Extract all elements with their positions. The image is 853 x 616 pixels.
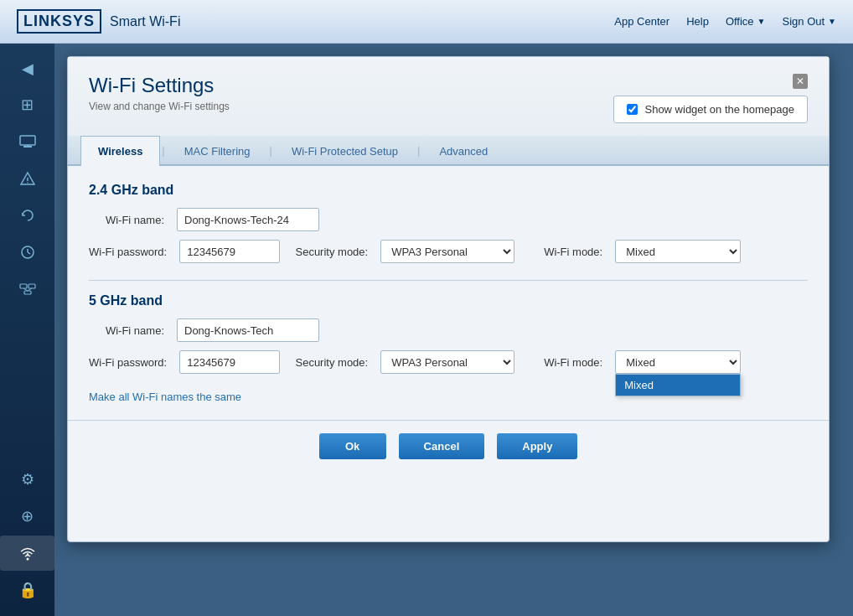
dialog-title-area: Wi-Fi Settings View and change Wi-Fi set… (89, 74, 230, 112)
sidebar-item-dashboard[interactable]: ⊞ (0, 87, 54, 122)
band-5-security-label: Security mode: (292, 356, 368, 369)
sidebar-item-devices[interactable] (0, 124, 54, 159)
band-24-title: 2.4 GHz band (89, 183, 808, 198)
band-5-mode-select[interactable]: Mixed Wireless-N Only Wireless-A Only (615, 350, 741, 374)
tab-bar: Wireless | MAC Filtering | Wi-Fi Protect… (68, 136, 829, 166)
band-5-security-select[interactable]: WPA3 Personal WPA2 Personal WPA2/WPA3 Mi… (380, 350, 514, 374)
band-24-password-input[interactable] (179, 240, 280, 263)
band-24-section: 2.4 GHz band Wi-Fi name: Wi-Fi password:… (89, 183, 808, 263)
svg-rect-1 (23, 146, 32, 148)
dialog-footer: Ok Cancel Apply (68, 420, 829, 472)
make-same-link[interactable]: Make all Wi-Fi names the same (89, 391, 241, 403)
svg-rect-10 (28, 284, 35, 288)
dropdown-item-mixed[interactable]: Mixed (616, 375, 740, 396)
sidebar-item-clock[interactable] (0, 235, 54, 270)
sidebar-item-settings[interactable]: ⚙ (0, 462, 54, 497)
sidebar-bottom: ⚙ ⊕ 🔒 (0, 462, 54, 616)
tab-advanced[interactable]: Advanced (421, 136, 505, 166)
svg-rect-9 (20, 284, 27, 288)
svg-point-5 (27, 182, 28, 183)
help-link[interactable]: Help (686, 15, 709, 28)
svg-rect-11 (24, 291, 31, 294)
sign-out-link[interactable]: Sign Out ▼ (783, 15, 837, 28)
tab-mac-filtering[interactable]: MAC Filtering (167, 136, 268, 166)
dialog-header: Wi-Fi Settings View and change Wi-Fi set… (68, 57, 829, 136)
nav-links: App Center Help Office ▼ Sign Out ▼ (614, 15, 836, 28)
sidebar-item-security[interactable]: 🔒 (0, 572, 54, 608)
band-24-mode-select[interactable]: Mixed Wireless-N Only Wireless-G Only Wi… (615, 240, 741, 263)
dialog-close-button[interactable]: ✕ (793, 74, 808, 89)
office-link[interactable]: Office ▼ (726, 15, 766, 28)
wifi-settings-dialog: Wi-Fi Settings View and change Wi-Fi set… (67, 56, 830, 542)
band-24-name-input[interactable] (177, 208, 319, 231)
band-5-name-row: Wi-Fi name: (89, 318, 808, 342)
band-5-name-label: Wi-Fi name: (89, 324, 164, 337)
app-center-link[interactable]: App Center (614, 15, 669, 28)
widget-checkbox-area: Show widget on the homepage (613, 96, 808, 123)
apply-button[interactable]: Apply (497, 433, 577, 459)
band-24-name-row: Wi-Fi name: (89, 208, 808, 231)
band-5-password-row: Wi-Fi password: Security mode: WPA3 Pers… (89, 350, 808, 374)
band-24-password-row: Wi-Fi password: Security mode: WPA3 Pers… (89, 240, 808, 263)
app-name: Smart Wi-Fi (110, 14, 180, 29)
sidebar-item-updates[interactable] (0, 198, 54, 233)
widget-checkbox[interactable] (627, 104, 638, 115)
sidebar-item-add[interactable]: ⊕ (0, 499, 54, 534)
tab-wireless[interactable]: Wireless (80, 136, 160, 166)
band-5-mode-container: Mixed Wireless-N Only Wireless-A Only Mi… (615, 350, 741, 374)
office-arrow-icon: ▼ (757, 17, 766, 26)
linksys-logo: LINKSYS (17, 9, 101, 34)
sidebar-item-wifi[interactable] (0, 536, 54, 571)
dialog-body: 2.4 GHz band Wi-Fi name: Wi-Fi password:… (68, 166, 829, 420)
band-5-name-input[interactable] (177, 318, 319, 342)
band-5-password-input[interactable] (179, 350, 280, 374)
band-divider (89, 280, 808, 281)
svg-rect-0 (20, 136, 35, 145)
dialog-subtitle: View and change Wi-Fi settings (89, 101, 230, 112)
cancel-button[interactable]: Cancel (399, 433, 485, 459)
band-24-password-label: Wi-Fi password: (89, 246, 167, 258)
logo-area: LINKSYS Smart Wi-Fi (17, 9, 614, 34)
sign-out-arrow-icon: ▼ (828, 17, 836, 26)
ok-button[interactable]: Ok (319, 433, 386, 459)
band-24-name-label: Wi-Fi name: (89, 214, 164, 226)
dialog-title: Wi-Fi Settings (89, 74, 230, 97)
sidebar-collapse-button[interactable]: ◀ (0, 52, 54, 85)
widget-checkbox-label[interactable]: Show widget on the homepage (644, 103, 794, 116)
band-24-mode-label: Wi-Fi mode: (527, 246, 602, 258)
band-24-security-select[interactable]: WPA3 Personal WPA2 Personal WPA2/WPA3 Mi… (380, 240, 514, 263)
top-navigation: LINKSYS Smart Wi-Fi App Center Help Offi… (0, 0, 853, 44)
svg-point-14 (26, 558, 28, 561)
band-5-mode-dropdown[interactable]: Mixed (615, 374, 741, 396)
content-area: Wi-Fi Settings View and change Wi-Fi set… (54, 44, 853, 616)
main-layout: ◀ ⊞ (0, 44, 853, 616)
band-5-title: 5 GHz band (89, 293, 808, 308)
sidebar-item-alerts[interactable] (0, 161, 54, 196)
sidebar: ◀ ⊞ (0, 44, 54, 616)
band-5-section: 5 GHz band Wi-Fi name: Wi-Fi password: S… (89, 293, 808, 374)
svg-line-8 (28, 252, 30, 254)
tab-wifi-protected-setup[interactable]: Wi-Fi Protected Setup (274, 136, 416, 166)
band-5-password-label: Wi-Fi password: (89, 356, 167, 369)
band-5-mode-label: Wi-Fi mode: (527, 356, 602, 369)
sidebar-item-network[interactable] (0, 272, 54, 307)
band-24-security-label: Security mode: (292, 246, 368, 258)
